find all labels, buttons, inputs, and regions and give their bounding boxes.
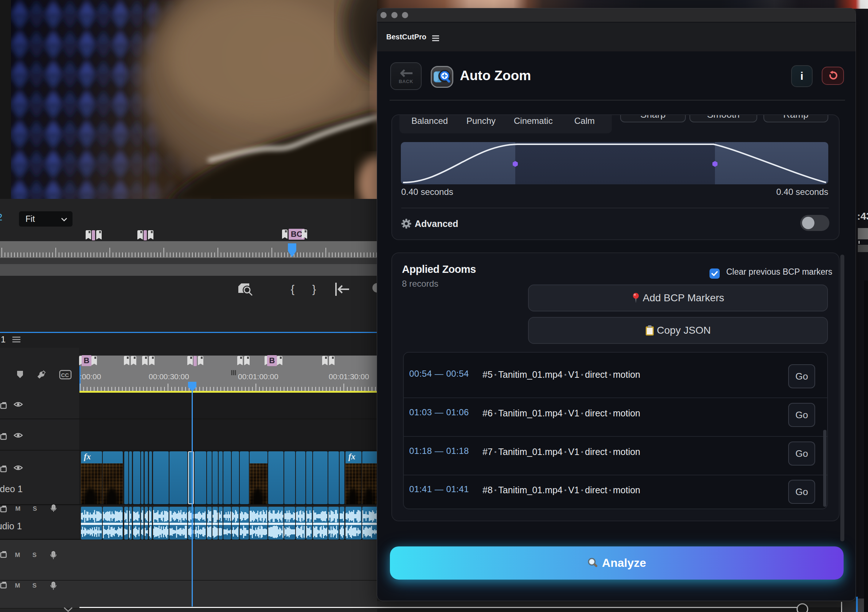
- svg-text:}: }: [312, 283, 316, 295]
- svg-text:{: {: [291, 283, 294, 295]
- svg-text:S: S: [33, 582, 36, 589]
- svg-text:M: M: [15, 552, 20, 558]
- svg-text:S: S: [33, 552, 36, 558]
- svg-text:S: S: [33, 505, 37, 512]
- svg-text:CC: CC: [61, 372, 69, 378]
- svg-text:M: M: [15, 505, 20, 512]
- svg-text:M: M: [15, 582, 20, 589]
